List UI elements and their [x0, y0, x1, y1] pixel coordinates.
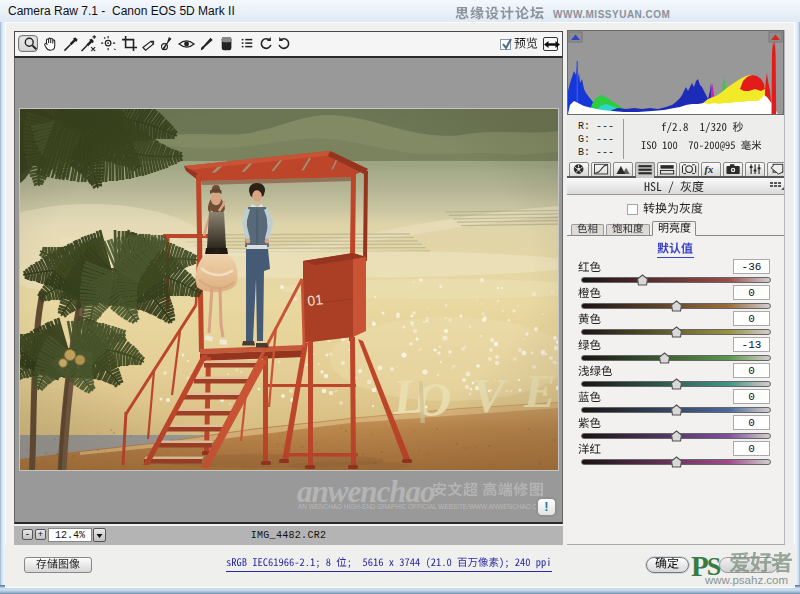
svg-text:fx: fx: [704, 164, 714, 175]
